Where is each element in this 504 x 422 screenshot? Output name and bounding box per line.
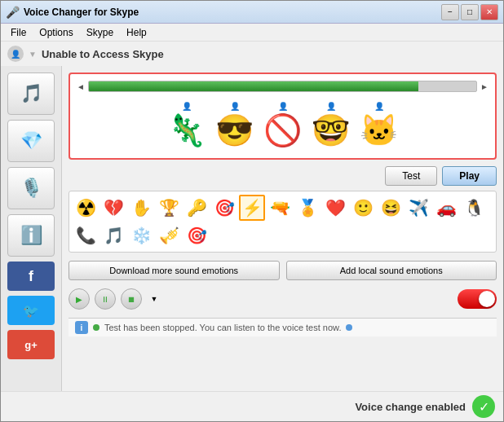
sidebar-btn-effects[interactable]: 💎 [7,120,55,162]
app-icon: 🎤 [6,6,19,19]
voice-change-toggle[interactable] [458,289,497,309]
voice-1-avatar: 😎 [215,112,254,148]
emotions-grid: ☢️ 💔 ✋ 🏆 🔑 🎯 ⚡ 🔫 🏅 ❤️ 🙂 😆 ✈️ 🚗 🐧 📞 [73,195,493,248]
emotion-6[interactable]: ⚡ [239,195,265,221]
emotion-4[interactable]: 🔑 [183,195,210,221]
voice-selector-panel: ◄ ► 👤 🦎 👤 😎 👤 [69,73,497,160]
emotion-3[interactable]: 🏆 [156,195,182,221]
bottom-message: Test has been stopped. You can listen to… [104,323,341,332]
status-text: Unable to Access Skype [42,48,164,60]
playback-pause-button[interactable]: ⏸ [95,288,116,310]
pitch-slider-row: ◄ ► [77,81,489,92]
emotion-13[interactable]: 🚗 [433,195,459,221]
sidebar: 🎵 💎 🎙️ ℹ️ f 🐦 g+ [1,66,62,391]
emotion-16[interactable]: 🎵 [100,222,126,248]
emotion-15[interactable]: 📞 [73,222,99,248]
emotion-18[interactable]: 🎺 [156,222,182,248]
playback-stop-button[interactable]: ⏹ [121,288,142,310]
emotion-14[interactable]: 🐧 [461,195,487,221]
pitch-slider-track[interactable] [88,81,477,92]
sidebar-btn-info[interactable]: ℹ️ [7,214,55,257]
emotion-7[interactable]: 🔫 [267,195,293,221]
title-bar: 🎤 Voice Changer for Skype − □ ✕ [1,1,503,24]
voice-2-avatar: 🚫 [263,112,302,148]
voice-0-avatar: 🦎 [167,112,206,148]
emotion-1[interactable]: 💔 [100,195,126,221]
voice-1-label: 👤 [230,102,240,111]
pitch-slider-fill [89,81,418,91]
emotion-8[interactable]: 🏅 [294,195,321,221]
mic-status-dot [93,324,99,331]
mic-end-dot [346,324,352,331]
dropdown-arrow[interactable]: ▼ [29,50,37,59]
emotion-19[interactable]: 🎯 [183,222,210,248]
sidebar-btn-facebook[interactable]: f [7,262,55,291]
emotion-5[interactable]: 🎯 [211,195,237,221]
status-bar: 👤 ▼ Unable to Access Skype [1,42,503,66]
status-icon: 👤 [7,46,24,62]
emotion-10[interactable]: 🙂 [350,195,376,221]
menu-bar: File Options Skype Help [1,24,503,42]
test-play-row: Test Play [69,166,497,186]
emotion-9[interactable]: ❤️ [322,195,348,221]
window-controls: − □ ✕ [441,4,498,20]
bottom-info-bar: i Test has been stopped. You can listen … [69,318,497,336]
menu-help[interactable]: Help [120,25,153,40]
check-icon: ✓ [472,395,495,418]
emotion-17[interactable]: ❄️ [128,222,154,248]
playback-dropdown[interactable]: ▼ [147,292,161,306]
voices-row: 👤 🦎 👤 😎 👤 🚫 👤 🤓 [77,99,489,152]
status-footer: Voice change enabled ✓ [1,391,503,421]
voice-2-label: 👤 [278,102,288,111]
content-area: ◄ ► 👤 🦎 👤 😎 👤 [62,66,503,391]
info-icon: i [75,321,88,334]
emotion-11[interactable]: 😆 [378,195,404,221]
download-emotions-button[interactable]: Download more sound emotions [69,261,280,280]
slider-right-arrow[interactable]: ► [480,82,489,91]
menu-options[interactable]: Options [33,25,79,40]
maximize-button[interactable]: □ [461,4,479,20]
voice-0-label: 👤 [182,102,192,111]
menu-skype[interactable]: Skype [80,25,120,40]
playback-play-button[interactable]: ▶ [69,288,90,310]
play-button[interactable]: Play [442,166,497,186]
voice-item-2[interactable]: 👤 🚫 [263,102,302,148]
voice-4-label: 👤 [374,102,384,111]
sidebar-btn-voice[interactable]: 🎵 [7,73,55,115]
sidebar-btn-record[interactable]: 🎙️ [7,167,55,209]
add-local-emotions-button[interactable]: Add local sound emotions [286,261,497,280]
close-button[interactable]: ✕ [480,4,498,20]
window-title: Voice Changer for Skype [24,7,441,18]
sound-emotions-panel: ☢️ 💔 ✋ 🏆 🔑 🎯 ⚡ 🔫 🏅 ❤️ 🙂 😆 ✈️ 🚗 🐧 📞 [69,191,497,253]
main-window: 🎤 Voice Changer for Skype − □ ✕ File Opt… [0,0,504,422]
voice-item-3[interactable]: 👤 🤓 [312,102,350,148]
slider-left-arrow[interactable]: ◄ [77,82,85,91]
emotion-2[interactable]: ✋ [128,195,154,221]
emotion-buttons-row: Download more sound emotions Add local s… [69,261,497,280]
voice-4-avatar: 🐱 [360,112,398,148]
main-content: 🎵 💎 🎙️ ℹ️ f 🐦 g+ ◄ ► [1,66,503,391]
test-button[interactable]: Test [385,166,437,186]
voice-item-4[interactable]: 👤 🐱 [360,102,398,148]
sidebar-btn-twitter[interactable]: 🐦 [7,296,55,325]
voice-item-1[interactable]: 👤 😎 [215,102,254,148]
sidebar-btn-googleplus[interactable]: g+ [7,330,55,359]
footer-status-text: Voice change enabled [355,401,466,413]
voice-3-label: 👤 [326,102,336,111]
voice-3-avatar: 🤓 [312,112,350,148]
emotion-12[interactable]: ✈️ [405,195,431,221]
menu-file[interactable]: File [4,25,33,40]
playback-bar: ▶ ⏸ ⏹ ▼ [69,285,497,313]
toggle-knob [479,291,495,307]
minimize-button[interactable]: − [441,4,459,20]
emotion-0[interactable]: ☢️ [73,195,99,221]
voice-item-0[interactable]: 👤 🦎 [167,102,206,148]
